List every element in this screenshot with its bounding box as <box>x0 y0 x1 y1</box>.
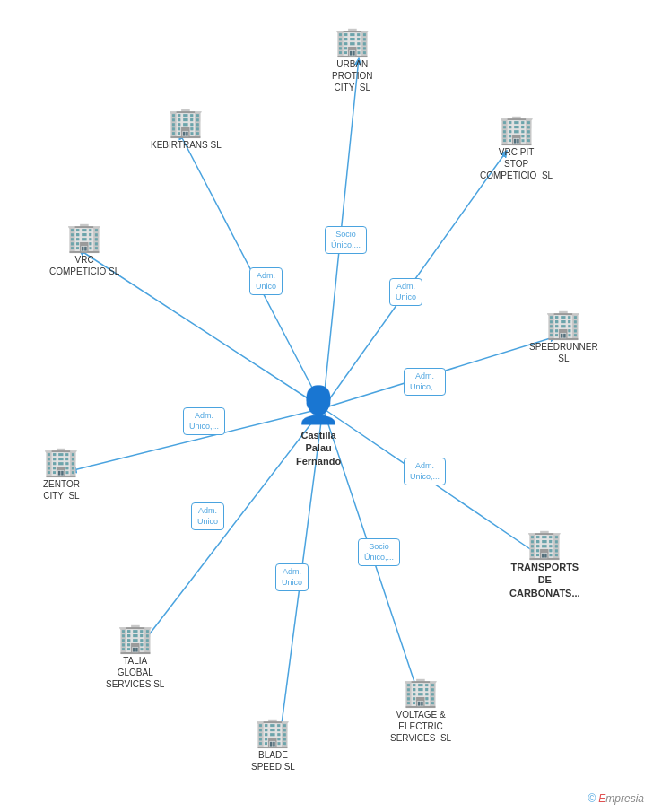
badge-adm-unico-4: Adm.Unico,... <box>404 368 446 396</box>
label-vrc-pit: VRC PITSTOPCOMPETICIO SL <box>480 146 553 181</box>
label-kebirtrans: KEBIRTRANS SL <box>151 139 222 151</box>
node-vrc-competicio: 🏢 VRCCOMPETICIO SL <box>49 223 119 277</box>
node-urban: 🏢 URBANPROTIONCITY SL <box>332 27 373 93</box>
label-voltage: VOLTAGE &ELECTRICSERVICES SL <box>390 709 451 744</box>
node-voltage: 🏢 VOLTAGE &ELECTRICSERVICES SL <box>390 677 451 744</box>
watermark: © Empresia <box>588 792 644 805</box>
center-node: 👤 Castilla Palau Fernando <box>296 384 341 467</box>
copyright-symbol: © <box>588 792 596 805</box>
badge-socio-unico-1: SocioÚnico,... <box>325 226 367 254</box>
building-icon-zentor: 🏢 <box>43 447 79 476</box>
badge-socio-unico-2: SocioÚnico,... <box>358 538 400 566</box>
node-zentor: 🏢 ZENTORCITY SL <box>43 447 80 502</box>
node-transports: 🏢 TRANSPORTSDECARBONATS... <box>509 529 580 599</box>
building-icon-vrc-pit: 🏢 <box>499 115 535 144</box>
badge-adm-unico-7: Adm.Unico <box>275 563 309 591</box>
building-icon-blade: 🏢 <box>255 718 291 747</box>
label-blade: BLADESPEED SL <box>251 749 295 773</box>
building-icon-urban: 🏢 <box>335 27 370 56</box>
badge-adm-unico-3: Adm.Unico,... <box>183 407 225 435</box>
label-speedrunner: SPEEDRUNNERSL <box>529 341 598 364</box>
label-vrc-competicio: VRCCOMPETICIO SL <box>49 254 119 277</box>
label-talia: TALIAGLOBALSERVICES SL <box>106 655 164 690</box>
node-blade: 🏢 BLADESPEED SL <box>251 718 295 773</box>
building-icon-talia: 🏢 <box>118 624 153 652</box>
graph-container: 👤 Castilla Palau Fernando 🏢 URBANPROTION… <box>0 0 653 812</box>
person-icon: 👤 <box>296 384 341 426</box>
badge-adm-unico-2: Adm.Unico <box>389 278 422 306</box>
building-icon-speedrunner: 🏢 <box>545 310 581 338</box>
label-urban: URBANPROTIONCITY SL <box>332 58 373 93</box>
center-label: Castilla Palau Fernando <box>296 429 341 467</box>
building-icon-voltage: 🏢 <box>403 677 439 706</box>
building-icon-vrc-competicio: 🏢 <box>66 223 102 251</box>
node-talia: 🏢 TALIAGLOBALSERVICES SL <box>106 624 164 690</box>
badge-adm-unico-6: Adm.Unico <box>191 502 224 530</box>
brand-name: Empresia <box>598 792 644 805</box>
node-kebirtrans: 🏢 KEBIRTRANS SL <box>151 108 222 151</box>
badge-adm-unico-5: Adm.Unico,... <box>404 458 446 485</box>
node-speedrunner: 🏢 SPEEDRUNNERSL <box>529 310 598 364</box>
node-vrc-pit: 🏢 VRC PITSTOPCOMPETICIO SL <box>480 115 553 181</box>
label-zentor: ZENTORCITY SL <box>43 478 80 502</box>
building-icon-transports: 🏢 <box>527 529 562 558</box>
building-icon-kebirtrans: 🏢 <box>168 108 204 136</box>
badge-adm-unico-1: Adm.Unico <box>249 267 283 295</box>
label-transports: TRANSPORTSDECARBONATS... <box>509 561 580 599</box>
